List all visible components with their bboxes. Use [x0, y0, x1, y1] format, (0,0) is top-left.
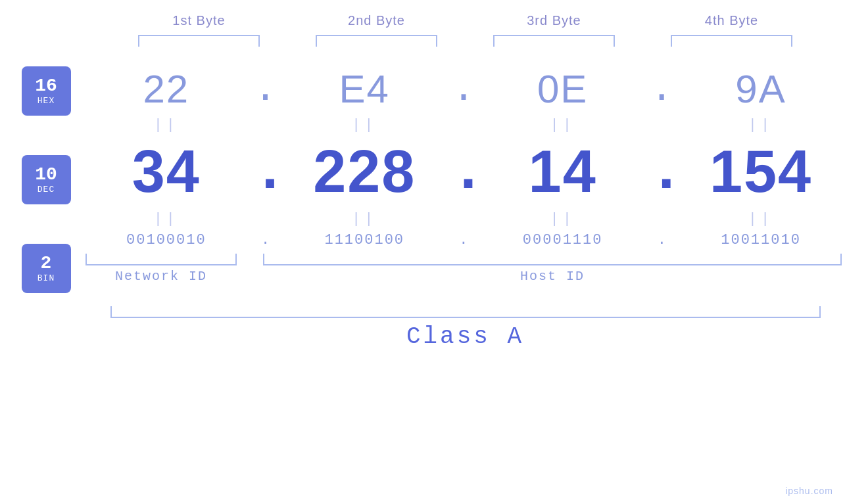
hex-cell-2: E4 — [289, 66, 440, 112]
hex-dot-2: . — [450, 67, 477, 112]
byte-label-2: 2nd Byte — [301, 13, 452, 28]
host-id-label: Host ID — [263, 269, 842, 284]
equals-row-2: || || || || — [85, 206, 842, 232]
dec-cell-1: 34 — [91, 138, 242, 206]
byte-label-3: 3rd Byte — [479, 13, 630, 28]
bin-cell-1: 00100010 — [91, 232, 242, 248]
dec-dot-2: . — [450, 139, 477, 206]
bin-value-3: 00001110 — [523, 232, 603, 248]
equals-cell-3: || — [487, 117, 639, 133]
watermark: ipshu.com — [785, 486, 833, 496]
bracket-top-1 — [138, 35, 260, 47]
bin-dot-3: . — [648, 232, 675, 248]
dec-value-1: 34 — [132, 139, 201, 204]
bin-value-4: 10011010 — [721, 232, 801, 248]
network-label-row: Network ID Host ID — [85, 269, 842, 284]
class-outer-bracket — [110, 306, 821, 318]
hex-value-2: E4 — [339, 67, 390, 111]
dec-value-4: 154 — [710, 139, 812, 204]
hex-cell-1: 22 — [91, 66, 242, 112]
bracket-top-3 — [493, 35, 615, 47]
equals-cell-7: || — [487, 211, 639, 227]
bin-badge-label: BIN — [37, 273, 55, 283]
bin-value-2: 11100100 — [324, 232, 404, 248]
bracket-top-2 — [316, 35, 437, 47]
hex-cell-4: 9A — [685, 66, 836, 112]
bin-dot-1: . — [253, 232, 279, 248]
bottom-brackets — [85, 254, 842, 265]
equals-cell-5: || — [91, 211, 242, 227]
hex-badge: 16 HEX — [22, 66, 71, 116]
hex-dot-1: . — [253, 67, 279, 112]
byte-label-4: 4th Byte — [656, 13, 808, 28]
dec-cell-2: 228 — [289, 138, 440, 206]
hex-value-4: 9A — [735, 67, 786, 111]
equals-cell-1: || — [91, 117, 242, 133]
bin-row: 00100010 . 11100100 . 00001110 . — [85, 232, 842, 248]
content-area: 16 HEX 10 DEC 2 BIN 22 . — [0, 66, 845, 293]
top-brackets — [110, 35, 821, 47]
bin-dot-2: . — [450, 232, 477, 248]
equals-row-1: || || || || — [85, 112, 842, 138]
bracket-top-4 — [671, 35, 792, 47]
hex-dot-3: . — [648, 67, 675, 112]
dec-badge-number: 10 — [35, 165, 57, 185]
bin-badge: 2 BIN — [22, 244, 71, 293]
host-bracket — [263, 254, 842, 265]
dec-cell-4: 154 — [685, 138, 836, 206]
dec-dot-3: . — [648, 139, 675, 206]
byte-headers: 1st Byte 2nd Byte 3rd Byte 4th Byte — [110, 13, 821, 28]
dec-dot-1: . — [253, 139, 279, 206]
values-grid: 22 . E4 . 0E . 9A — [85, 66, 845, 284]
network-id-label: Network ID — [85, 269, 237, 284]
bin-value-1: 00100010 — [126, 232, 206, 248]
dec-badge: 10 DEC — [22, 155, 71, 204]
dec-cell-3: 14 — [487, 138, 639, 206]
hex-cell-3: 0E — [487, 66, 639, 112]
network-bracket — [85, 254, 237, 265]
equals-cell-8: || — [685, 211, 836, 227]
dec-value-2: 228 — [313, 139, 416, 204]
hex-row: 22 . E4 . 0E . 9A — [85, 66, 842, 112]
dec-value-3: 14 — [529, 139, 597, 204]
dec-badge-label: DEC — [37, 185, 55, 195]
dec-row: 34 . 228 . 14 . 154 — [85, 138, 842, 206]
equals-cell-4: || — [685, 117, 836, 133]
bin-cell-3: 00001110 — [487, 232, 639, 248]
hex-badge-number: 16 — [35, 76, 57, 97]
badge-column: 16 HEX 10 DEC 2 BIN — [0, 66, 85, 293]
class-label: Class A — [110, 323, 821, 350]
equals-cell-2: || — [289, 117, 440, 133]
hex-badge-label: HEX — [37, 96, 55, 106]
main-container: 1st Byte 2nd Byte 3rd Byte 4th Byte 16 H… — [0, 0, 845, 504]
bin-cell-4: 10011010 — [685, 232, 836, 248]
class-row-container: Class A — [110, 306, 821, 350]
hex-value-3: 0E — [537, 67, 588, 111]
hex-value-1: 22 — [143, 67, 189, 111]
equals-cell-6: || — [289, 211, 440, 227]
bin-badge-number: 2 — [41, 254, 52, 274]
byte-label-1: 1st Byte — [124, 13, 275, 28]
bin-cell-2: 11100100 — [289, 232, 440, 248]
